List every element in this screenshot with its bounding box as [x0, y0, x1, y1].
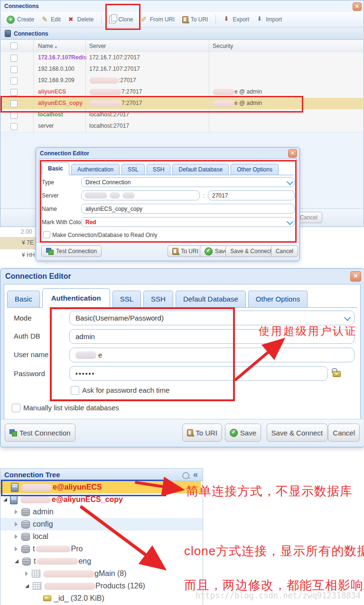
edit-button[interactable]: Edit	[42, 16, 61, 23]
close-icon[interactable]: ✕	[350, 271, 361, 282]
to-uri-button[interactable]: To URI	[168, 246, 203, 257]
row-checkbox[interactable]	[10, 89, 18, 96]
expander-collapsed-icon[interactable]	[15, 522, 18, 527]
to-uri-icon	[182, 16, 188, 23]
tree-item-index[interactable]: _id_ (32.0 KiB)	[0, 592, 203, 605]
table-row[interactable]: 192.168.9.209 :27017	[1, 75, 363, 87]
tree-item-database[interactable]: local	[0, 530, 203, 543]
connection-tree-panel: Connection Tree « e@aliyunECS e@aliyunEC…	[0, 468, 203, 605]
tree-item-database[interactable]: admin	[0, 506, 203, 518]
tab-other-options[interactable]: Other Options	[248, 291, 308, 307]
index-icon	[43, 596, 51, 601]
port-separator: :	[203, 192, 205, 199]
expander-collapsed-icon[interactable]	[15, 510, 18, 514]
redaction-blur	[43, 570, 94, 577]
manual-databases-label: Manually list visible databases	[23, 404, 119, 412]
name-input[interactable]: aliyunECS_copy_copy	[81, 204, 295, 214]
password-input[interactable]: ••••••	[69, 366, 328, 381]
delete-button[interactable]: Delete	[68, 16, 94, 23]
table-row-highlighted[interactable]: aliyunECS_copy 7:27017 e @ admin	[1, 98, 363, 110]
dialog-footer: Test Connection To URI Save Save & Conne…	[1, 419, 364, 446]
tree-item-database[interactable]: t Pro	[0, 543, 203, 555]
select-all-checkbox[interactable]	[10, 42, 18, 49]
test-connection-button[interactable]: Test Connection	[5, 424, 75, 442]
connection-name: localhost	[38, 111, 63, 118]
tab-default-database[interactable]: Default Database	[176, 291, 246, 307]
tree-item-connection[interactable]: e@aliyunECS	[0, 481, 201, 493]
redaction-blur	[21, 484, 52, 491]
row-checkbox[interactable]	[10, 100, 18, 107]
tree-item-database[interactable]: t eng	[0, 555, 203, 567]
connection-name: 172.16.7.107Redis	[38, 54, 87, 61]
tab-other-options[interactable]: Other Options	[231, 164, 279, 175]
row-checkbox[interactable]	[10, 55, 18, 62]
expander-collapsed-icon[interactable]	[15, 547, 18, 551]
row-checkbox[interactable]	[10, 123, 18, 130]
table-row[interactable]: aliyunECS 7:27017 e @ admin	[1, 86, 363, 98]
color-select[interactable]: Red	[81, 217, 295, 227]
search-icon[interactable]	[182, 472, 189, 479]
readonly-checkbox[interactable]	[43, 231, 50, 238]
port-input[interactable]: 27017	[208, 190, 295, 200]
ask-password-checkbox[interactable]	[71, 386, 79, 395]
tab-authentication[interactable]: Authentication	[42, 288, 110, 307]
type-select[interactable]: Direct Connection	[81, 177, 295, 187]
manual-databases-checkbox[interactable]	[12, 404, 20, 412]
connection-editor-dialog-auth: Connection Editor ✕ Basic Authentication…	[0, 268, 364, 447]
tab-ssl[interactable]: SSL	[112, 291, 141, 307]
connection-server: localhost:27017	[89, 111, 129, 118]
column-header-security[interactable]: Security	[213, 43, 233, 49]
from-uri-button[interactable]: From URI	[141, 16, 175, 23]
tab-authentication[interactable]: Authentication	[71, 164, 120, 175]
close-icon[interactable]: ✕	[353, 2, 362, 11]
tree-item-connection[interactable]: e@aliyunECS_copy	[0, 493, 203, 506]
save-button[interactable]: Save	[225, 424, 261, 442]
import-button[interactable]: Import	[257, 16, 282, 23]
tab-ssh[interactable]: SSH	[147, 164, 171, 175]
save-connect-button[interactable]: Save & Connect	[225, 246, 276, 257]
expander-collapsed-icon[interactable]	[15, 534, 18, 539]
tab-default-database[interactable]: Default Database	[172, 164, 229, 175]
table-header[interactable]: Name ▴ Server Security	[1, 40, 363, 53]
clone-button[interactable]: Clone	[109, 16, 133, 23]
collapse-panel-icon[interactable]: «	[193, 470, 198, 480]
test-connection-button[interactable]: Test Connection	[41, 246, 102, 257]
expander-expanded-icon[interactable]	[25, 584, 29, 588]
row-checkbox[interactable]	[10, 77, 18, 85]
table-row[interactable]: 192.168.0.100 172.16.7.107:27017	[1, 64, 363, 76]
connection-name: aliyunECS_copy	[38, 100, 83, 106]
user-name-input[interactable]: e	[69, 348, 355, 362]
server-icon	[10, 495, 18, 504]
mode-select[interactable]: Basic(Username/Password)	[69, 311, 355, 325]
clone-icon	[109, 16, 116, 23]
table-row[interactable]: 172.16.7.107Redis 172.16.7.107:27017	[1, 52, 363, 64]
expander-collapsed-icon[interactable]	[25, 571, 28, 576]
create-button[interactable]: Create	[7, 16, 34, 24]
row-checkbox[interactable]	[10, 112, 18, 119]
row-checkbox[interactable]	[10, 66, 18, 73]
tab-basic[interactable]: Basic	[42, 162, 69, 175]
tab-ssh[interactable]: SSH	[143, 291, 173, 307]
to-uri-button[interactable]: To URI	[182, 424, 222, 442]
unlock-icon[interactable]	[333, 371, 341, 377]
column-header-name[interactable]: Name ▴	[38, 43, 57, 49]
cancel-button[interactable]: Cancel	[271, 246, 298, 257]
cancel-button[interactable]: Cancel	[328, 424, 360, 442]
expander-expanded-icon[interactable]	[3, 498, 7, 501]
to-uri-button[interactable]: To URI	[182, 16, 208, 23]
tab-ssl[interactable]: SSL	[121, 164, 145, 175]
column-header-server[interactable]: Server	[89, 43, 106, 49]
create-icon	[7, 16, 15, 24]
server-input[interactable]	[81, 190, 200, 200]
auth-db-label: Auth DB	[14, 332, 40, 340]
save-connect-button[interactable]: Save & Connect	[267, 424, 327, 442]
close-icon[interactable]: ✕	[288, 149, 297, 158]
expander-expanded-icon[interactable]	[15, 559, 19, 563]
table-row[interactable]: server localhost:27017	[1, 121, 363, 132]
export-button[interactable]: Export	[224, 16, 249, 23]
tree-item-database[interactable]: config	[0, 518, 203, 530]
tab-basic[interactable]: Basic	[7, 291, 40, 307]
tree-item-collection[interactable]: Products (126)	[0, 580, 203, 592]
table-row[interactable]: localhost localhost:27017	[1, 109, 363, 121]
tree-item-collection[interactable]: gMain (8)	[0, 567, 203, 580]
